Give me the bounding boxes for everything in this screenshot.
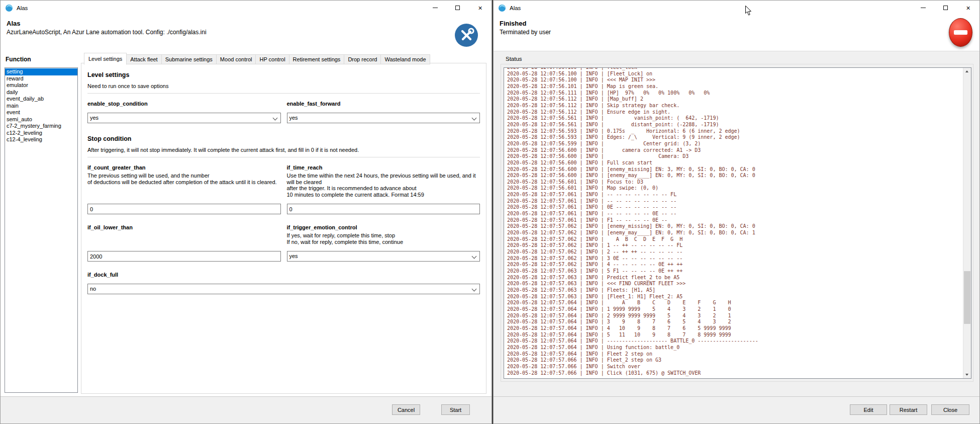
scroll-up-icon[interactable] [963,68,971,75]
status-group-label: Status [506,56,522,62]
function-list: settingrewardemulatordailyevent_daily_ab… [5,67,78,393]
chevron-down-icon [472,116,477,121]
if-time-reach-input[interactable] [287,204,480,214]
caption-buttons: × [424,1,492,15]
log-line: 2020-05-28 12:07:57.062 | INFO | A B C D… [507,236,963,243]
log-line: 2020-05-28 12:07:57.063 | INFO | Predict… [507,275,963,281]
maximize-icon [943,6,948,10]
status-groupbox: 2020-05-28 12:07:56.100 | INFO | fleet_l… [501,64,973,382]
function-list-item[interactable]: event [5,109,77,116]
settings-tab[interactable]: Wasteland mode [380,54,430,64]
if-oil-lower-than-input[interactable] [87,251,281,262]
log-line: 2020-05-28 12:07:57.063 | INFO | <<< FIN… [507,281,963,287]
if-count-greater-than-input[interactable] [87,204,281,214]
config-header: Alas AzurLaneAutoScript, An Azur Lane au… [1,15,492,51]
scrollbar-thumb[interactable] [964,271,970,324]
log-line: 2020-05-28 12:07:57.066 | INFO | Click (… [507,370,963,377]
function-list-item[interactable]: setting [5,68,77,75]
if-trigger-emotion-control-select[interactable]: yes [287,251,480,262]
log-line: 2020-05-28 12:07:57.061 | INFO | -- -- -… [507,211,963,217]
function-list-item[interactable]: semi_auto [5,116,77,123]
log-line: 2020-05-28 12:07:57.063 | INFO | Fleets:… [507,287,963,294]
maximize-button[interactable] [934,1,957,15]
chevron-down-icon [472,287,477,292]
edit-button[interactable]: Edit [850,404,887,415]
page-title: Alas [7,20,20,27]
config-footer: Cancel Start [1,396,492,423]
close-icon: × [478,5,482,12]
log-line: 2020-05-28 12:07:57.062 | INFO | 1 -- ++… [507,242,963,249]
log-scrollbar[interactable] [963,68,971,378]
field-label-enable-fast-forward: enable_fast_forward [287,101,480,107]
section-title-level-settings: Level settings [87,71,480,78]
log-line: 2020-05-28 12:07:57.063 | INFO | [Fleet_… [507,294,963,300]
function-list-item[interactable]: c12-4_leveling [5,136,77,143]
log-line: 2020-05-28 12:07:57.066 | INFO | Switch … [507,364,963,370]
field-label-if-dock-full: if_dock_full [87,272,480,278]
log-line: 2020-05-28 12:07:56.112 | INFO | [Map_bu… [507,96,963,103]
minimize-icon [433,8,438,8]
minimize-button[interactable] [912,1,934,15]
function-list-item[interactable]: emulator [5,82,77,89]
settings-tab[interactable]: Attack fleet [126,54,161,64]
log-line: 2020-05-28 12:07:57.064 | INFO | 5 11 10… [507,332,963,338]
function-list-item[interactable]: event_daily_ab [5,96,77,103]
section-desc-level-settings: Need to run once to save options [87,83,480,89]
log-output: 2020-05-28 12:07:56.100 | INFO | fleet_l… [504,67,971,379]
log-line: 2020-05-28 12:07:56.599 | INFO | Center … [507,141,963,147]
function-list-item[interactable]: reward [5,75,77,82]
alas-log-window: Alas × Finished Terminated by user Statu… [493,0,980,424]
scroll-down-icon[interactable] [963,371,971,378]
settings-tab[interactable]: HP control [255,54,289,64]
minimize-button[interactable] [424,1,446,15]
alas-app-icon [498,4,506,12]
function-list-item[interactable]: c12-2_leveling [5,130,77,137]
divider [87,93,480,94]
close-run-button[interactable]: Close [931,404,969,415]
log-line: 2020-05-28 12:07:57.064 | INFO | 2 9999 … [507,313,963,319]
enable-fast-forward-select[interactable]: yes [287,113,480,123]
run-footer: Edit Restart Close [494,396,979,423]
log-line: 2020-05-28 12:07:56.100 | INFO | fleet_l… [507,67,963,71]
field-label-enable-stop-condition: enable_stop_condition [87,101,281,107]
log-line: 2020-05-28 12:07:56.561 | INFO | distant… [507,122,963,128]
log-lines: 2020-05-28 12:07:56.100 | INFO | fleet_l… [504,67,963,376]
titlebar: Alas × [494,1,979,15]
log-line: 2020-05-28 12:07:57.061 | INFO | F1 -- -… [507,217,963,224]
restart-button[interactable]: Restart [890,404,927,415]
window-title: Alas [17,5,28,11]
close-icon: × [966,5,970,12]
start-button[interactable]: Start [441,404,470,415]
function-list-item[interactable]: c7-2_mystery_farming [5,123,77,130]
chevron-down-icon [472,254,477,259]
settings-tab[interactable]: Retirement settings [289,54,345,64]
log-line: 2020-05-28 12:07:57.066 | INFO | Fleet_2… [507,357,963,364]
run-status-subtitle: Terminated by user [500,29,551,36]
log-line: 2020-05-28 12:07:56.100 | INFO | [Fleet_… [507,71,963,77]
field-desc-if-time-reach: Use the time within the next 24 hours, t… [287,173,480,198]
settings-tab[interactable]: Mood control [216,54,256,64]
field-desc-if-trigger-emotion-control: If yes, wait for reply, complete this ti… [287,232,480,245]
log-line: 2020-05-28 12:07:56.601 | INFO | Map swi… [507,185,963,192]
close-button[interactable]: × [469,1,492,15]
log-line: 2020-05-28 12:07:56.100 | INFO | <<< MAP… [507,77,963,83]
enable-stop-condition-select[interactable]: yes [87,113,281,123]
close-button[interactable]: × [957,1,979,15]
window-title: Alas [510,5,521,11]
settings-tab[interactable]: Drop record [344,54,381,64]
function-list-item[interactable]: main [5,103,77,110]
settings-tab[interactable]: Level settings [84,53,127,65]
field-desc-if-count-greater-than: The previous setting will be used, and t… [87,173,281,185]
log-line: 2020-05-28 12:07:56.101 | INFO | Map is … [507,83,963,90]
caption-buttons: × [912,1,979,15]
log-line: 2020-05-28 12:07:56.561 | INFO | vanish_… [507,115,963,122]
log-line: 2020-05-28 12:07:56.600 | INFO | [enemy_… [507,173,963,179]
log-line: 2020-05-28 12:07:57.062 | INFO | 2 -- ++… [507,249,963,256]
function-list-item[interactable]: daily [5,89,77,96]
cancel-button[interactable]: Cancel [392,404,420,415]
mouse-cursor [745,6,752,18]
maximize-button[interactable] [446,1,469,15]
if-dock-full-select[interactable]: no [87,284,480,294]
run-header: Finished Terminated by user [494,15,979,51]
settings-tab[interactable]: Submarine settings [161,54,217,64]
